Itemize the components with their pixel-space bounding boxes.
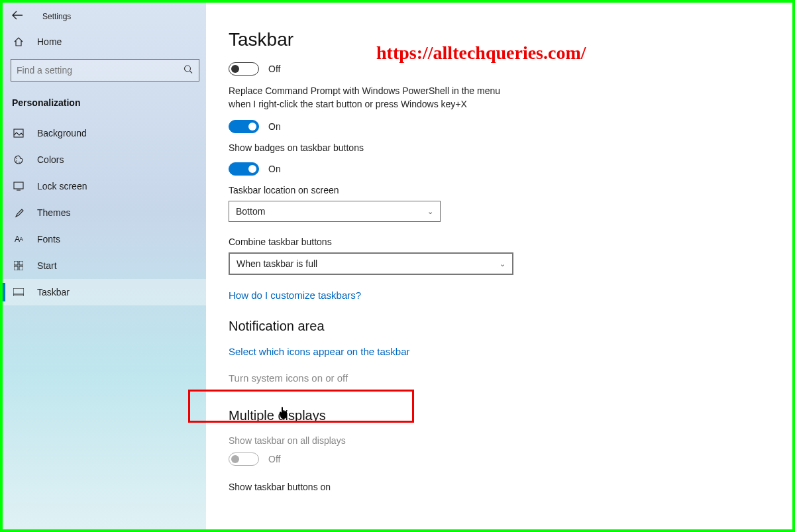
show-buttons-label: Show taskbar buttons on (229, 482, 766, 492)
select-icons-link[interactable]: Select which icons appear on the taskbar (229, 346, 410, 357)
picture-icon (12, 129, 25, 138)
svg-point-0 (185, 66, 191, 72)
nav-label: Taskbar (37, 287, 70, 297)
palette-icon (12, 154, 25, 165)
nav-label: Background (37, 128, 87, 138)
svg-point-5 (19, 162, 20, 163)
section-label: Personalization (3, 88, 206, 120)
toggle-switch-4[interactable] (229, 452, 259, 466)
back-arrow-icon[interactable] (12, 11, 23, 22)
brush-icon (12, 207, 25, 218)
toggle-state-4: Off (268, 454, 280, 464)
svg-line-1 (190, 71, 193, 74)
nav-label: Start (37, 260, 57, 271)
sidebar-header: Settings (3, 7, 206, 28)
svg-rect-8 (14, 261, 18, 265)
nav-background[interactable]: Background (3, 120, 206, 146)
badges-label: Show badges on taskbar buttons (229, 142, 766, 153)
nav-taskbar[interactable]: Taskbar (3, 279, 206, 305)
nav-label: Lock screen (37, 181, 87, 191)
toggle-state-2: On (268, 121, 281, 132)
sidebar: Settings Home Personalization Background (3, 3, 206, 529)
nav-home[interactable]: Home (3, 28, 206, 55)
svg-point-4 (16, 160, 17, 162)
svg-rect-2 (14, 129, 23, 137)
toggle-switch-3[interactable] (229, 162, 259, 176)
start-icon (12, 261, 25, 270)
combine-select[interactable]: When taskbar is full ⌄ (229, 252, 513, 275)
nav-label: Fonts (37, 234, 60, 244)
svg-rect-12 (13, 288, 24, 296)
toggle-switch-1[interactable] (229, 62, 259, 76)
multiple-displays-heading: Multiple displays (229, 408, 766, 423)
combine-value: When taskbar is full (237, 258, 317, 269)
svg-rect-10 (14, 266, 18, 270)
svg-point-3 (16, 158, 17, 159)
customize-help-link[interactable]: How do I customize taskbars? (229, 290, 361, 301)
taskbar-icon (12, 288, 25, 296)
toggle-switch-2[interactable] (229, 120, 259, 133)
search-input[interactable] (11, 59, 199, 81)
turn-system-icons-link[interactable]: Turn system icons on or off (229, 372, 348, 384)
svg-rect-11 (19, 266, 23, 270)
toggle-badges: On (229, 162, 766, 176)
main-content: Taskbar Off Replace Command Prompt with … (206, 3, 792, 529)
nav-colors[interactable]: Colors (3, 146, 206, 173)
toggle-powershell: On (229, 120, 766, 133)
location-label: Taskbar location on screen (229, 185, 766, 195)
nav-label: Themes (37, 207, 71, 218)
home-icon (12, 36, 25, 47)
toggle-state-3: On (268, 164, 281, 174)
combine-label: Combine taskbar buttons (229, 237, 766, 247)
nav-start[interactable]: Start (3, 252, 206, 279)
nav-fonts[interactable]: AA Fonts (3, 226, 206, 252)
nav-themes[interactable]: Themes (3, 199, 206, 226)
nav-lockscreen[interactable]: Lock screen (3, 173, 206, 199)
powershell-desc: Replace Command Prompt with Windows Powe… (229, 85, 513, 111)
nav-label: Colors (37, 154, 64, 165)
location-value: Bottom (236, 206, 265, 217)
svg-rect-9 (19, 261, 23, 265)
fonts-icon: AA (12, 235, 25, 244)
window-title: Settings (42, 12, 71, 21)
nav-home-label: Home (37, 36, 62, 47)
chevron-down-icon: ⌄ (427, 207, 433, 216)
location-select[interactable]: Bottom ⌄ (229, 201, 441, 222)
search-wrap (11, 59, 199, 81)
notification-area-heading: Notification area (229, 319, 766, 334)
show-all-displays-label: Show taskbar on all displays (229, 435, 766, 446)
toggle-all-displays: Off (229, 452, 766, 466)
toggle-lock-taskbar: Off (229, 62, 766, 76)
watermark-url: https://alltechqueries.com/ (376, 42, 586, 64)
lockscreen-icon (12, 182, 25, 191)
toggle-state-1: Off (268, 64, 280, 74)
search-icon (184, 65, 193, 76)
svg-rect-6 (14, 182, 23, 189)
chevron-down-icon: ⌄ (500, 260, 505, 268)
